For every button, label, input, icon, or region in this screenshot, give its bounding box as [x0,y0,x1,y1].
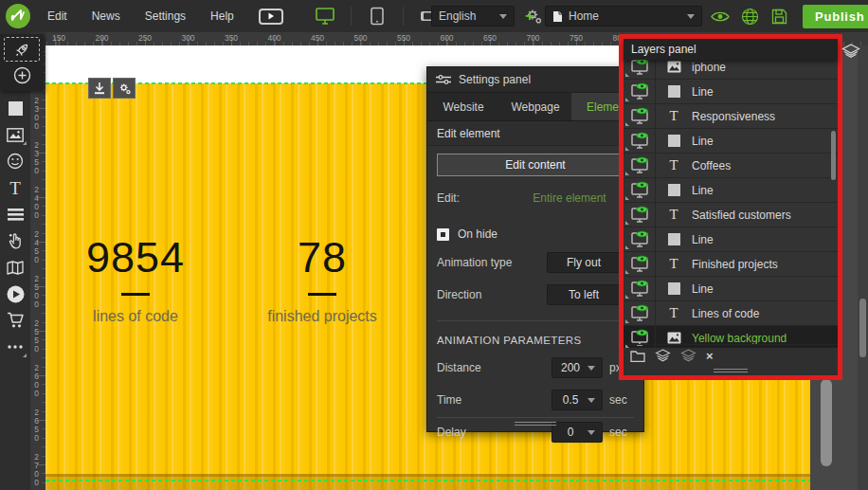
tablet-view-icon[interactable] [365,5,389,27]
delay-unit: sec [609,426,634,439]
app-logo-icon[interactable] [6,4,30,28]
layer-visibility-toggle-icon[interactable] [624,60,656,79]
tab-website[interactable]: Website [427,93,499,120]
settings-panel[interactable]: Settings panel Website Webpage Element E… [426,66,644,432]
layer-row-satisfied-customers[interactable]: T Satisfied customers [624,203,838,227]
layer-name: Coffees [692,159,731,172]
section-download-button[interactable] [88,78,111,99]
bring-forward-icon[interactable] [655,349,671,362]
layer-row-coffees[interactable]: T Coffees [624,154,838,178]
ruler-label: 2350 [32,141,41,175]
desktop-view-icon[interactable] [313,5,337,27]
edit-element-section-header: Edit element [427,121,643,146]
layer-visibility-toggle-icon[interactable] [624,252,656,276]
layer-visibility-toggle-icon[interactable] [624,277,656,300]
layer-type-icon [656,233,692,245]
layer-row-responsiveness[interactable]: T Responsiveness [624,104,838,129]
layers-panel-footer: × [624,344,838,366]
save-icon[interactable] [768,5,790,27]
menu-help[interactable]: Help [210,9,234,23]
layers-panel[interactable]: Layers panel iphone Line T Responsivenes… [624,39,838,375]
group-folder-icon[interactable] [630,350,645,362]
canvas-scrollbar-thumb[interactable] [821,379,832,466]
ruler-label: 2700 [32,453,41,487]
layers-panel-toggle-icon[interactable] [840,40,862,63]
counter-finished-projects[interactable]: 78 finished projects [246,236,398,325]
layer-visibility-toggle-icon[interactable] [624,203,656,227]
layer-visibility-toggle-icon[interactable] [624,129,656,153]
send-backward-icon[interactable] [680,349,696,362]
layers-panel-header[interactable]: Layers panel [624,39,838,60]
layer-visibility-toggle-icon[interactable] [624,227,656,251]
publish-button[interactable]: Publish [803,5,868,28]
add-video-play-icon[interactable] [0,281,30,307]
layer-row-line[interactable]: Line [624,129,838,154]
layer-row-line[interactable]: Line [624,227,838,252]
ruler-label: 2650 [32,408,41,443]
layer-visibility-toggle-icon[interactable] [624,80,656,103]
tutorial-video-button[interactable] [259,9,283,25]
menu-news[interactable]: News [92,9,120,23]
add-sticker-smiley-icon[interactable] [0,148,30,174]
add-language-button[interactable]: + [521,7,538,26]
add-shop-cart-icon[interactable] [0,307,30,334]
tab-webpage[interactable]: Webpage [499,93,571,120]
add-text-icon[interactable]: T [0,174,30,201]
globe-preview-icon[interactable] [738,5,761,27]
element-toolbar: T [0,32,30,490]
ruler-label: 2300 [32,97,41,131]
divider [437,320,634,321]
layer-row-finished-projects[interactable]: T Finished projects [624,252,838,277]
panel-resize-handle[interactable] [515,420,556,427]
edit-content-button[interactable]: Edit content [437,154,634,176]
layer-row-line[interactable]: Line [624,178,838,203]
layer-type-icon [656,135,692,147]
edit-scope-dropdown[interactable]: Entire element [518,188,634,209]
vertical-ruler: 2250230023502400245025002550260026502700 [30,32,45,490]
panel-resize-handle[interactable] [714,367,748,374]
add-interaction-hand-icon[interactable] [0,227,30,254]
layer-name: Line [692,135,714,148]
menu-settings[interactable]: Settings [145,9,186,23]
distance-input[interactable]: 200 [552,357,603,378]
add-block-icon[interactable] [0,95,30,121]
add-menu-icon[interactable] [0,201,30,227]
layer-row-line[interactable]: Line [624,277,838,301]
layer-row-line[interactable]: Line [624,80,838,104]
on-hide-checkbox[interactable] [437,228,449,241]
delay-label: Delay [437,426,552,439]
language-select[interactable]: English [431,6,515,27]
more-elements-icon[interactable] [0,334,30,360]
layer-row-lines-of-code[interactable]: T Lines of code [624,301,838,326]
layer-type-icon [656,85,692,98]
ruler-label: 2450 [32,230,41,264]
add-gallery-map-icon[interactable] [0,254,30,281]
layer-name: iphone [692,61,726,74]
add-image-icon[interactable] [0,121,30,148]
delay-input[interactable]: 0 [552,422,603,443]
layer-visibility-toggle-icon[interactable] [624,154,656,177]
time-input[interactable]: 0.5 [552,390,603,410]
menu-edit[interactable]: Edit [47,9,67,23]
layer-visibility-toggle-icon[interactable] [624,178,656,202]
window-scrollbar[interactable] [858,45,868,490]
ruler-label: 350 [225,33,238,43]
layers-scrollbar-thumb[interactable] [831,131,836,180]
quickstart-rocket-icon[interactable] [4,37,40,62]
layer-visibility-toggle-icon[interactable] [624,104,656,128]
preview-eye-icon[interactable] [709,5,732,27]
layer-type-icon: T [656,305,692,321]
layers-list: iphone Line T Responsiveness Line T Coff… [624,60,838,348]
counter-lines-of-code[interactable]: 9854 lines of code [60,236,211,325]
direction-label: Direction [437,288,547,301]
add-element-plus-icon[interactable] [0,62,44,88]
language-value: English [439,9,494,23]
delete-layer-icon[interactable]: × [706,349,714,363]
section-bottom-guide [45,480,810,481]
page-select[interactable]: Home [545,6,702,27]
window-scrollbar-thumb[interactable] [859,299,866,357]
layer-visibility-toggle-icon[interactable] [624,301,656,325]
settings-panel-header[interactable]: Settings panel [427,67,643,93]
section-settings-button[interactable] [113,78,136,99]
layer-row-iphone[interactable]: iphone [624,60,838,80]
